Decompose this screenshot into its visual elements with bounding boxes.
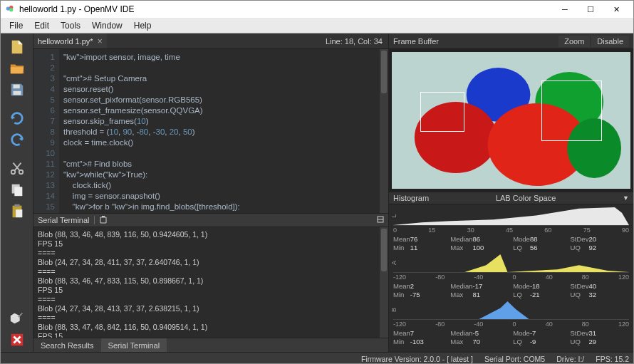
statusbar: Firmware Version: 2.0.0 - [ latest ] Ser… — [1, 352, 633, 364]
collapse-terminal-icon[interactable] — [377, 216, 384, 224]
open-folder-icon[interactable] — [5, 59, 29, 78]
terminal-scrollbar[interactable] — [380, 227, 388, 338]
serial-terminal[interactable]: Blob (88, 33, 46, 48, 839, 116, 50, 0.94… — [33, 227, 388, 338]
tab-label: helloworld 1.py* — [38, 37, 93, 46]
menu-tools[interactable]: Tools — [55, 19, 86, 32]
framebuffer-title: Frame Buffer — [393, 37, 439, 46]
status-fps: FPS: 15.2 — [596, 355, 629, 363]
window-titlebar: helloworld 1.py - OpenMV IDE ─ ☐ ✕ — [1, 1, 633, 18]
app-icon — [5, 4, 19, 15]
minimize-button[interactable]: ─ — [552, 1, 578, 18]
cursor-position: Line: 18, Col: 34 — [326, 37, 388, 46]
cut-icon[interactable] — [5, 159, 29, 177]
menu-edit[interactable]: Edit — [28, 19, 55, 32]
window-title: helloworld 1.py - OpenMV IDE — [19, 4, 552, 14]
menubar: File Edit Tools Window Help — [1, 18, 633, 33]
editor-tabrow: helloworld 1.py* × Line: 18, Col: 34 — [33, 33, 388, 49]
chevron-down-icon[interactable]: ▼ — [623, 194, 629, 202]
editor-scrollbar[interactable] — [380, 49, 388, 213]
status-serial-port: Serial Port: COM5 — [484, 355, 545, 363]
histogram-body: L0153045607590Mean76Median86Mode88StDev2… — [389, 204, 633, 352]
connect-icon[interactable] — [5, 309, 29, 328]
status-drive: Drive: I:/ — [556, 355, 584, 363]
close-button[interactable]: ✕ — [603, 1, 629, 18]
blob-rect-2 — [541, 80, 602, 141]
menu-file[interactable]: File — [4, 19, 28, 32]
clear-terminal-icon[interactable] — [99, 215, 108, 225]
copy-icon[interactable] — [5, 180, 29, 199]
disable-button[interactable]: Disable — [591, 36, 629, 47]
tab-serial-terminal[interactable]: Serial Terminal — [101, 338, 167, 352]
svg-rect-4 — [13, 91, 21, 95]
code-body[interactable]: "kw">import sensor, image, time"cmt"># S… — [59, 49, 388, 213]
histogram-title: Histogram — [393, 194, 429, 202]
stop-icon[interactable] — [5, 331, 29, 349]
terminal-title: Serial Terminal — [38, 216, 90, 224]
tab-close-icon[interactable]: × — [98, 36, 103, 46]
line-gutter: 12345678910111213141516171819 — [33, 49, 59, 213]
redo-icon[interactable] — [5, 130, 29, 149]
save-icon[interactable] — [5, 80, 29, 99]
svg-rect-8 — [14, 187, 22, 196]
paste-icon[interactable] — [5, 202, 29, 220]
new-file-icon[interactable] — [5, 38, 29, 56]
code-editor[interactable]: 12345678910111213141516171819 "kw">impor… — [33, 49, 388, 213]
bottom-tabs: Search Results Serial Terminal — [33, 338, 388, 352]
svg-rect-3 — [13, 85, 19, 89]
status-firmware: Firmware Version: 2.0.0 - [ latest ] — [361, 355, 473, 363]
zoom-button[interactable]: Zoom — [558, 36, 590, 47]
svg-rect-11 — [16, 209, 22, 217]
menu-window[interactable]: Window — [86, 19, 128, 32]
colorspace-select[interactable]: LAB Color Space — [496, 194, 556, 202]
framebuffer-view[interactable] — [389, 49, 633, 192]
tab-search-results[interactable]: Search Results — [33, 338, 101, 352]
editor-tab[interactable]: helloworld 1.py* × — [33, 33, 107, 48]
framebuffer-header: Frame Buffer Zoom Disable — [389, 33, 633, 49]
terminal-header: Serial Terminal — [33, 213, 388, 227]
histogram-header: Histogram LAB Color Space ▼ — [389, 192, 633, 204]
svg-rect-10 — [14, 204, 19, 207]
svg-point-2 — [9, 8, 13, 11]
menu-help[interactable]: Help — [128, 19, 157, 32]
maximize-button[interactable]: ☐ — [578, 1, 603, 18]
left-toolbar — [1, 33, 33, 352]
undo-icon[interactable] — [5, 109, 29, 128]
blob-rect-1 — [420, 92, 464, 132]
